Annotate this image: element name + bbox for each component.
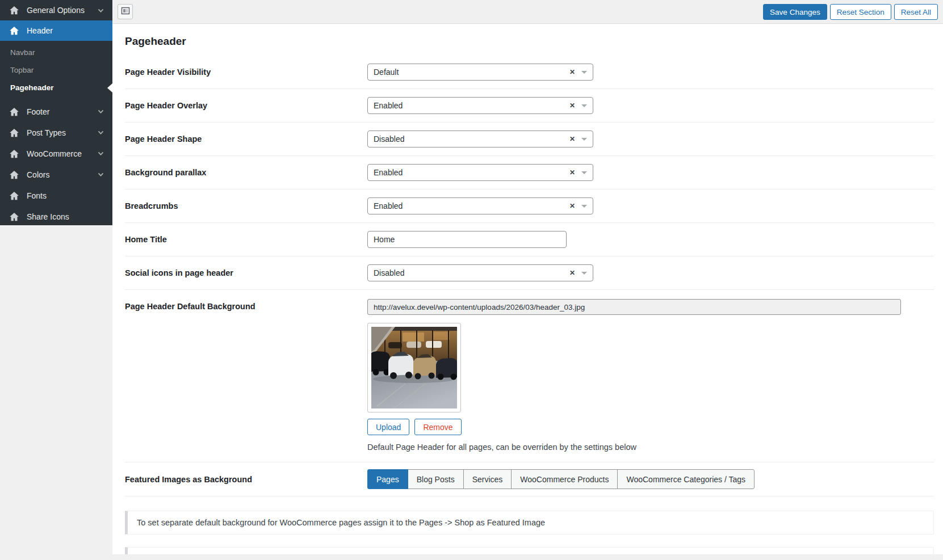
field-row-default-background: Page Header Default Background [125, 290, 934, 462]
sidebar-item-label: WooCommerce [27, 149, 97, 158]
sidebar-item-post-types[interactable]: Post Types [0, 122, 112, 143]
clear-icon[interactable]: ✕ [569, 270, 575, 276]
home-icon [9, 170, 19, 180]
field-label: Social icons in page header [125, 268, 367, 277]
field-label: Background parallax [125, 168, 367, 177]
caret-down-icon [581, 71, 587, 74]
media-buttons: Upload Remove [367, 419, 934, 435]
collapse-panel-button[interactable] [118, 4, 133, 19]
field-label: Page Header Visibility [125, 68, 367, 77]
background-control: Upload Remove Default Page Header for al… [367, 299, 934, 452]
sidebar-item-label: Navbar [10, 48, 35, 57]
field-label: Page Header Default Background [125, 299, 367, 311]
sidebar-item-label: Topbar [10, 66, 33, 74]
home-icon [9, 191, 19, 201]
background-parallax-select[interactable]: Enabled ✕ [367, 164, 593, 181]
tab-woocommerce-products[interactable]: WooCommerce Products [511, 469, 618, 489]
sidebar: General Options Header Navbar Topbar Pag… [0, 0, 112, 225]
sidebar-item-label: Colors [27, 170, 97, 179]
sidebar-item-share-icons[interactable]: Share Icons [0, 206, 112, 227]
woocommerce-shop-note: To set separate default background for W… [125, 511, 934, 534]
background-url-input[interactable] [367, 299, 901, 315]
sidebar-item-label: General Options [27, 6, 97, 15]
sidebar-item-navbar[interactable]: Navbar [0, 44, 112, 61]
tab-woocommerce-categories-tags[interactable]: WooCommerce Categories / Tags [617, 469, 755, 489]
settings-panel: Pageheader Page Header Visibility Defaul… [112, 24, 943, 554]
sidebar-item-label: Footer [27, 107, 97, 116]
remove-button[interactable]: Remove [414, 419, 461, 435]
topbar: Save Changes Reset Section Reset All [112, 0, 943, 24]
clear-icon[interactable]: ✕ [569, 69, 575, 75]
home-title-input[interactable] [367, 231, 567, 248]
featured-images-button-group: Pages Blog Posts Services WooCommerce Pr… [367, 469, 755, 489]
tab-pages[interactable]: Pages [367, 469, 408, 489]
home-icon [9, 128, 19, 138]
reset-section-button[interactable]: Reset Section [830, 4, 891, 20]
clear-icon[interactable]: ✕ [569, 169, 575, 176]
main-area: Save Changes Reset Section Reset All Pag… [112, 0, 943, 560]
chevron-down-icon [97, 129, 104, 136]
select-value: Enabled [374, 201, 569, 210]
reset-all-button[interactable]: Reset All [894, 4, 938, 20]
caret-down-icon [581, 272, 587, 275]
field-row-page-header-shape: Page Header Shape Disabled ✕ [125, 123, 934, 156]
caret-down-icon [581, 104, 587, 107]
sidebar-item-woocommerce[interactable]: WooCommerce [0, 143, 112, 164]
background-thumbnail [367, 323, 461, 412]
home-icon [9, 212, 19, 222]
sidebar-item-topbar[interactable]: Topbar [0, 61, 112, 79]
field-row-featured-images: Featured Images as Background Pages Blog… [125, 462, 934, 496]
save-changes-button[interactable]: Save Changes [763, 4, 827, 20]
field-row-breadcrumbs: Breadcrumbs Enabled ✕ [125, 190, 934, 223]
breadcrumbs-select[interactable]: Enabled ✕ [367, 197, 593, 214]
field-label: Home Title [125, 235, 367, 244]
sidebar-item-footer[interactable]: Footer [0, 101, 112, 122]
toolbar-actions: Save Changes Reset Section Reset All [763, 4, 938, 20]
social-icons-select[interactable]: Disabled ✕ [367, 264, 593, 281]
sidebar-item-label: Post Types [27, 128, 97, 137]
select-value: Disabled [374, 268, 569, 277]
sidebar-item-general-options[interactable]: General Options [0, 0, 112, 20]
field-label: Page Header Overlay [125, 101, 367, 110]
sidebar-item-label: Fonts [27, 191, 104, 200]
page-header-overlay-select[interactable]: Enabled ✕ [367, 97, 593, 114]
clear-icon[interactable]: ✕ [569, 102, 575, 109]
showroom-cars-image [371, 327, 457, 409]
page-header-shape-select[interactable]: Disabled ✕ [367, 130, 593, 148]
field-row-background-parallax: Background parallax Enabled ✕ [125, 156, 934, 190]
select-value: Disabled [374, 134, 569, 144]
header-submenu: Navbar Topbar Pageheader [0, 41, 112, 101]
select-value: Enabled [374, 168, 569, 177]
sidebar-item-pageheader[interactable]: Pageheader [0, 79, 112, 96]
field-label: Featured Images as Background [125, 475, 367, 484]
field-row-home-title: Home Title [125, 223, 934, 256]
sidebar-item-colors[interactable]: Colors [0, 164, 112, 185]
caret-down-icon [581, 205, 587, 208]
tab-services[interactable]: Services [463, 469, 512, 489]
home-icon [9, 107, 19, 117]
sidebar-item-label: Pageheader [10, 83, 54, 92]
chevron-down-icon [97, 150, 104, 157]
background-help-text: Default Page Header for all pages, can b… [367, 443, 934, 452]
select-value: Enabled [374, 101, 569, 110]
field-label: Breadcrumbs [125, 201, 367, 210]
chevron-down-icon [97, 171, 104, 178]
sidebar-item-fonts[interactable]: Fonts [0, 185, 112, 206]
layout-icon [121, 6, 130, 17]
field-row-social-icons: Social icons in page header Disabled ✕ [125, 256, 934, 290]
tab-blog-posts[interactable]: Blog Posts [408, 469, 464, 489]
sidebar-item-label: Share Icons [27, 212, 104, 221]
home-icon [9, 149, 19, 159]
clear-icon[interactable]: ✕ [569, 203, 575, 209]
chevron-down-icon [97, 7, 104, 14]
clear-icon[interactable]: ✕ [569, 136, 575, 142]
field-label: Page Header Shape [125, 134, 367, 144]
field-row-page-header-overlay: Page Header Overlay Enabled ✕ [125, 89, 934, 123]
select-value: Default [374, 68, 569, 77]
woocommerce-override-note: Note: WooCommerce Products and Categorie… [125, 547, 934, 554]
page-title: Pageheader [125, 35, 934, 48]
sidebar-item-header[interactable]: Header [0, 20, 112, 41]
page-header-visibility-select[interactable]: Default ✕ [367, 64, 593, 81]
upload-button[interactable]: Upload [367, 419, 409, 435]
home-icon [9, 5, 19, 15]
